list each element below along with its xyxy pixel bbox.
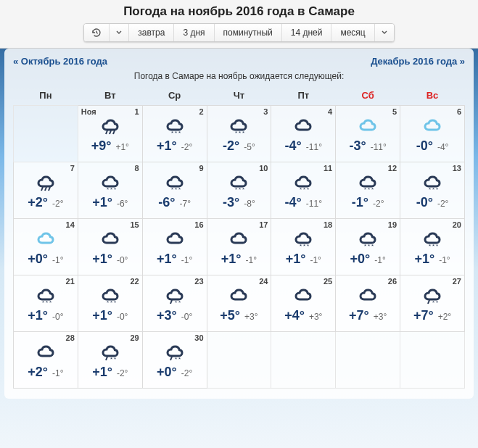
day-cell[interactable]: 16 +1° -1° bbox=[142, 219, 207, 275]
day-cell[interactable]: 24 +5° +3° bbox=[207, 275, 271, 332]
weather-icon bbox=[14, 173, 78, 194]
weather-icon bbox=[207, 230, 271, 250]
history-dropdown-icon[interactable] bbox=[110, 24, 129, 41]
day-cell[interactable]: 8 *** +1° -6° bbox=[78, 162, 142, 219]
svg-text:*: * bbox=[300, 186, 302, 192]
prev-month-link[interactable]: « Октябрь 2016 года bbox=[13, 56, 107, 67]
temp-low: -1° bbox=[52, 368, 63, 378]
month-dropdown-icon[interactable] bbox=[375, 24, 394, 41]
temp-high: +1° bbox=[414, 252, 434, 267]
day-cell[interactable]: 20 *** +1° -1° bbox=[400, 219, 465, 275]
nav-tomorrow[interactable]: завтра bbox=[129, 24, 174, 41]
history-icon[interactable] bbox=[84, 24, 110, 41]
weather-icon: *** bbox=[207, 117, 271, 137]
weekday-header: Вс bbox=[400, 87, 465, 106]
day-number: 7 bbox=[70, 164, 75, 173]
day-cell[interactable]: 25 +4° +3° bbox=[271, 275, 336, 332]
temp-high: +0° bbox=[350, 252, 371, 267]
weather-icon: *** bbox=[207, 173, 271, 194]
day-cell[interactable]: 2 *** +1° -2° bbox=[142, 106, 207, 162]
svg-text:*: * bbox=[110, 186, 112, 192]
day-cell[interactable]: 14 +0° -1° bbox=[14, 219, 78, 275]
temp-low: -7° bbox=[179, 199, 190, 209]
weather-icon bbox=[271, 117, 335, 137]
temp-high: +0° bbox=[28, 252, 48, 267]
day-cell[interactable]: 3 *** -2° -5° bbox=[207, 106, 271, 162]
nav-month[interactable]: месяц bbox=[331, 24, 374, 41]
svg-text:*: * bbox=[436, 243, 438, 249]
day-cell[interactable]: 12 *** -1° -2° bbox=[336, 162, 400, 219]
calendar-grid: ПнВтСрЧтПтСбВс Ноя 1 +9° +1° 2 *** +1° -… bbox=[13, 87, 465, 389]
day-cell[interactable]: 30 ** +0° -2° bbox=[142, 332, 207, 389]
temp-high: +2° bbox=[28, 365, 48, 380]
temp-high: +7° bbox=[349, 308, 369, 323]
day-number: 29 bbox=[130, 333, 139, 342]
temp-low: -2° bbox=[181, 142, 192, 152]
day-number: 23 bbox=[194, 277, 203, 286]
day-number: 30 bbox=[194, 333, 203, 342]
day-cell[interactable]: 27 ** +7° +2° bbox=[400, 275, 465, 332]
day-cell[interactable]: 22 *** +1° -0° bbox=[78, 275, 142, 332]
day-cell[interactable]: 5 -3° -11° bbox=[336, 106, 400, 162]
svg-text:*: * bbox=[371, 243, 374, 249]
svg-text:*: * bbox=[175, 186, 177, 192]
day-number: 25 bbox=[324, 277, 332, 286]
temp-low: -0° bbox=[117, 255, 128, 265]
day-cell[interactable]: 4 -4° -11° bbox=[271, 106, 336, 162]
weather-icon bbox=[78, 230, 142, 250]
day-cell[interactable]: 23 ** +3° -0° bbox=[142, 275, 207, 332]
day-cell[interactable]: 18 *** +1° -1° bbox=[271, 219, 336, 275]
temp-low: -0° bbox=[52, 312, 63, 322]
svg-text:*: * bbox=[175, 356, 177, 362]
weather-icon: *** bbox=[271, 230, 335, 250]
temp-high: +5° bbox=[220, 308, 240, 323]
temp-low: -1° bbox=[374, 255, 385, 265]
empty-cell bbox=[207, 332, 271, 389]
period-nav: завтра 3 дня поминутный 14 дней месяц bbox=[83, 23, 394, 42]
day-cell[interactable]: 11 *** -4° -11° bbox=[271, 162, 336, 219]
svg-text:*: * bbox=[178, 130, 181, 136]
day-cell[interactable]: 21 *** +1° -0° bbox=[14, 275, 78, 332]
temp-high: +0° bbox=[157, 365, 177, 380]
svg-text:*: * bbox=[300, 243, 302, 249]
temp-high: +1° bbox=[92, 308, 112, 323]
day-number: 28 bbox=[66, 333, 75, 342]
day-cell[interactable]: 13 *** -0° -2° bbox=[400, 162, 465, 219]
day-cell[interactable]: 10 *** -3° -8° bbox=[207, 162, 271, 219]
day-cell[interactable]: 26 +7° +3° bbox=[336, 275, 400, 332]
svg-text:*: * bbox=[171, 130, 173, 136]
page-title: Погода на ноябрь 2016 года в Самаре bbox=[0, 4, 478, 19]
day-cell[interactable]: 6 -0° -4° bbox=[400, 106, 465, 162]
svg-text:*: * bbox=[175, 130, 177, 136]
day-number: 4 bbox=[328, 107, 332, 116]
weekday-header: Сб bbox=[336, 87, 400, 106]
nav-minute[interactable]: поминутный bbox=[215, 24, 282, 41]
day-cell[interactable]: 17 +1° -1° bbox=[207, 219, 271, 275]
temp-high: -0° bbox=[416, 195, 433, 210]
weather-icon: ** bbox=[400, 286, 464, 307]
day-cell[interactable]: 7 +2° -2° bbox=[14, 162, 78, 219]
temp-low: -2° bbox=[181, 368, 192, 378]
day-cell[interactable]: 28 +2° -1° bbox=[14, 332, 78, 389]
temp-low: +3° bbox=[374, 312, 387, 322]
day-cell[interactable]: 15 +1° -0° bbox=[78, 219, 142, 275]
weather-icon bbox=[143, 230, 207, 250]
temp-high: -4° bbox=[285, 138, 302, 154]
temp-low: -5° bbox=[244, 142, 255, 152]
svg-text:*: * bbox=[114, 186, 116, 192]
day-cell[interactable]: 9 *** -6° -7° bbox=[142, 162, 207, 219]
temp-low: -4° bbox=[437, 142, 448, 152]
nav-14days[interactable]: 14 дней bbox=[282, 24, 332, 41]
weather-icon bbox=[336, 286, 400, 307]
next-month-link[interactable]: Декабрь 2016 года » bbox=[371, 56, 465, 67]
day-cell[interactable]: 29 ** +1° -2° bbox=[78, 332, 142, 389]
weather-icon bbox=[207, 286, 271, 307]
day-cell[interactable]: Ноя 1 +9° +1° bbox=[78, 106, 142, 162]
nav-3days[interactable]: 3 дня bbox=[174, 24, 214, 41]
weekday-header: Пн bbox=[14, 87, 78, 106]
svg-text:*: * bbox=[178, 299, 181, 305]
temp-high: -4° bbox=[285, 195, 302, 210]
weather-icon: *** bbox=[78, 173, 142, 194]
day-cell[interactable]: 19 *** +0° -1° bbox=[336, 219, 400, 275]
temp-high: -0° bbox=[416, 138, 433, 154]
